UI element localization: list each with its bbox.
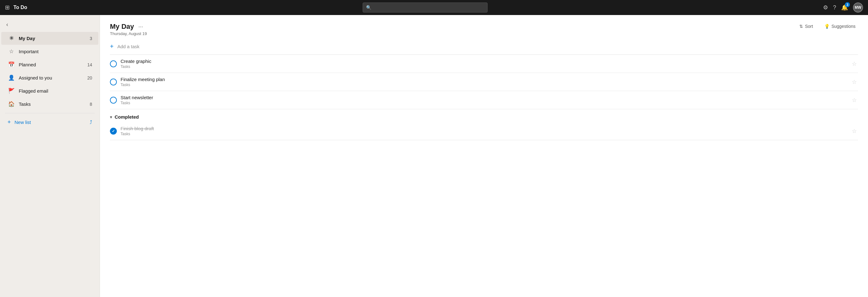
task-circle-completed-1[interactable] [110,128,117,135]
sidebar-count-tasks: 8 [90,102,92,107]
app-title: To Do [13,5,27,10]
chevron-down-icon: ▾ [110,114,112,119]
sidebar-item-flagged[interactable]: 🚩 Flagged email [1,84,98,97]
add-task-plus-icon: + [110,43,114,50]
sidebar-label-flagged: Flagged email [19,88,92,93]
add-task-label: Add a task [118,44,140,49]
content-header: My Day ··· Thursday, August 19 ⇅ Sort 💡 … [100,15,868,38]
search-box[interactable]: 🔍 [363,2,488,12]
sidebar: ‹ ☀ My Day 3 ☆ Important 📅 Planned 14 👤 … [0,15,100,297]
task-circle-3[interactable] [110,97,117,104]
search-input[interactable] [374,5,484,10]
sort-button[interactable]: ⇅ Sort [797,23,815,30]
task-info-1: Create graphic Tasks [121,58,847,69]
task-list: + Add a task Create graphic Tasks ☆ Fina… [100,38,868,297]
calendar-icon: 📅 [7,61,15,68]
lightbulb-icon: 💡 [824,24,830,29]
task-sub-2: Tasks [121,83,847,87]
sort-label: Sort [805,24,813,29]
task-star-2[interactable]: ☆ [850,77,858,87]
flag-icon: 🚩 [7,88,15,94]
content-title-area: My Day ··· Thursday, August 19 [110,23,147,36]
sidebar-item-planned[interactable]: 📅 Planned 14 [1,58,98,71]
content-area: My Day ··· Thursday, August 19 ⇅ Sort 💡 … [100,15,868,297]
completed-section-header[interactable]: ▾ Completed [110,109,858,122]
more-options-button[interactable]: ··· [136,23,145,31]
sidebar-item-important[interactable]: ☆ Important [1,45,98,58]
task-sub-3: Tasks [121,101,847,105]
task-star-completed-1[interactable]: ☆ [850,127,858,136]
avatar[interactable]: MW [853,2,863,12]
task-circle-2[interactable] [110,79,117,85]
sidebar-collapse: ‹ [0,18,100,32]
sidebar-label-tasks: Tasks [19,101,90,107]
task-item[interactable]: Create graphic Tasks ☆ [110,55,858,73]
task-sub-1: Tasks [121,64,847,69]
task-star-1[interactable]: ☆ [850,59,858,69]
home-icon: 🏠 [7,101,15,107]
page-title: My Day [110,23,134,31]
sidebar-label-my-day: My Day [19,36,90,41]
grid-icon[interactable]: ⊞ [5,4,10,11]
content-date: Thursday, August 19 [110,31,147,36]
topbar-left: ⊞ To Do [5,4,27,11]
main-container: ‹ ☀ My Day 3 ☆ Important 📅 Planned 14 👤 … [0,15,868,297]
task-item[interactable]: Start newsletter Tasks ☆ [110,91,858,109]
collapse-button[interactable]: ‹ [5,20,9,29]
task-item[interactable]: Finalize meeting plan Tasks ☆ [110,73,858,91]
sidebar-divider [5,113,95,113]
sidebar-nav: ☀ My Day 3 ☆ Important 📅 Planned 14 👤 As… [0,32,100,295]
suggestions-button[interactable]: 💡 Suggestions [822,23,858,30]
sidebar-count-assigned: 20 [87,75,92,80]
sidebar-label-assigned: Assigned to you [19,75,87,80]
sidebar-item-my-day[interactable]: ☀ My Day 3 [1,32,98,45]
notification-icon[interactable]: 🔔 3 [841,4,848,11]
task-name-2: Finalize meeting plan [121,77,847,82]
sidebar-label-important: Important [19,49,92,54]
sidebar-label-planned: Planned [19,62,87,67]
topbar: ⊞ To Do 🔍 ⚙ ? 🔔 3 MW [0,0,868,15]
task-info-2: Finalize meeting plan Tasks [121,77,847,87]
task-star-3[interactable]: ☆ [850,96,858,105]
task-circle-1[interactable] [110,60,117,67]
topbar-center: 🔍 [27,2,823,12]
sidebar-count-planned: 14 [87,62,92,67]
plus-icon: + [7,119,11,126]
task-info-3: Start newsletter Tasks [121,95,847,105]
search-icon: 🔍 [366,5,371,10]
task-name-3: Start newsletter [121,95,847,100]
add-task-row[interactable]: + Add a task [110,38,858,55]
person-icon: 👤 [7,75,15,81]
sidebar-item-assigned[interactable]: 👤 Assigned to you 20 [1,71,98,84]
new-list-label: New list [15,119,90,125]
completed-task-item[interactable]: Finish blog draft Tasks ☆ [110,122,858,140]
sidebar-item-tasks[interactable]: 🏠 Tasks 8 [1,98,98,110]
star-icon: ☆ [7,48,15,55]
suggestions-label: Suggestions [832,24,856,29]
help-icon[interactable]: ? [833,4,836,11]
topbar-right: ⚙ ? 🔔 3 MW [823,2,863,12]
notification-badge: 3 [845,2,850,7]
completed-title: Completed [115,114,139,119]
sort-icon: ⇅ [799,24,803,29]
header-actions: ⇅ Sort 💡 Suggestions [797,23,858,30]
sun-icon: ☀ [7,35,15,42]
task-name-completed-1: Finish blog draft [121,126,847,131]
sidebar-count-my-day: 3 [90,36,92,41]
share-icon[interactable]: ⤴ [90,119,92,125]
settings-icon[interactable]: ⚙ [823,4,828,11]
task-name-1: Create graphic [121,58,847,64]
task-sub-completed-1: Tasks [121,132,847,136]
content-title-row: My Day ··· [110,23,147,31]
new-list-item[interactable]: + New list ⤴ [1,116,98,129]
task-info-completed-1: Finish blog draft Tasks [121,126,847,136]
